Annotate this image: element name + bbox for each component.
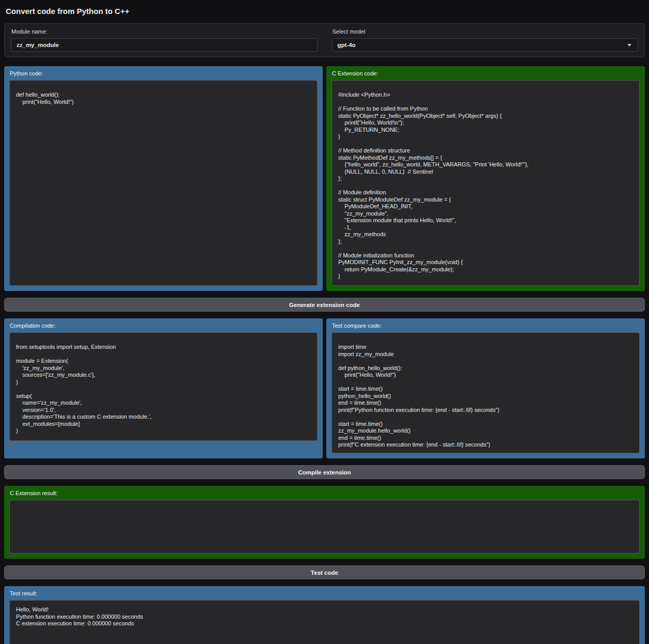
app-page: Convert code from Python to C++ Module n… <box>0 0 649 644</box>
test-compare-code-panel: Test compare code: import time import zz… <box>326 318 645 458</box>
test-compare-code-textarea[interactable]: import time import zz_my_module def pyth… <box>331 332 640 453</box>
model-dropdown-value: gpt-4o <box>338 42 356 48</box>
compilation-code-label: Compilation code: <box>10 323 317 329</box>
python-code-label: Python code: <box>10 70 317 77</box>
module-name-label: Module name: <box>11 28 317 35</box>
page-title: Convert code from Python to C++ <box>6 7 643 16</box>
python-code-panel: Python code: def hello_world(): print("H… <box>4 66 323 291</box>
c-extension-result-label: C Extension result: <box>10 490 639 497</box>
c-extension-code-label: C Extension code: <box>332 70 639 77</box>
test-code-button[interactable]: Test code <box>4 565 645 579</box>
module-name-input[interactable] <box>11 38 318 52</box>
c-extension-result-textarea[interactable] <box>9 500 640 554</box>
model-field-group: Select model gpt-4o <box>332 27 639 52</box>
test-result-textarea[interactable]: Hello, World! Python function execution … <box>9 600 640 644</box>
module-name-field-group: Module name: <box>11 27 318 52</box>
test-result-label: Test result: <box>10 590 639 597</box>
select-model-label: Select model <box>333 28 638 35</box>
test-compare-code-label: Test compare code: <box>332 323 639 329</box>
config-group: Module name: Select model gpt-4o <box>4 23 645 57</box>
python-code-textarea[interactable]: def hello_world(): print("Hello, World!"… <box>9 80 318 286</box>
model-dropdown[interactable]: gpt-4o <box>332 38 639 52</box>
c-extension-code-textarea[interactable]: #include <Python.h> // Function to be ca… <box>331 80 640 286</box>
c-extension-result-panel: C Extension result: <box>4 486 645 559</box>
compilation-code-textarea[interactable]: from setuptools import setup, Extension … <box>9 332 318 441</box>
code-panels-row: Python code: def hello_world(): print("H… <box>4 66 645 291</box>
generate-extension-code-button[interactable]: Generate extension code <box>4 298 645 312</box>
test-result-panel: Test result: Hello, World! Python functi… <box>4 586 645 644</box>
c-extension-code-panel: C Extension code: #include <Python.h> //… <box>326 66 645 291</box>
compilation-code-panel: Compilation code: from setuptools import… <box>4 318 323 458</box>
compile-panels-row: Compilation code: from setuptools import… <box>4 318 645 458</box>
compile-extension-button[interactable]: Compile extension <box>4 465 645 479</box>
chevron-down-icon <box>627 44 631 47</box>
